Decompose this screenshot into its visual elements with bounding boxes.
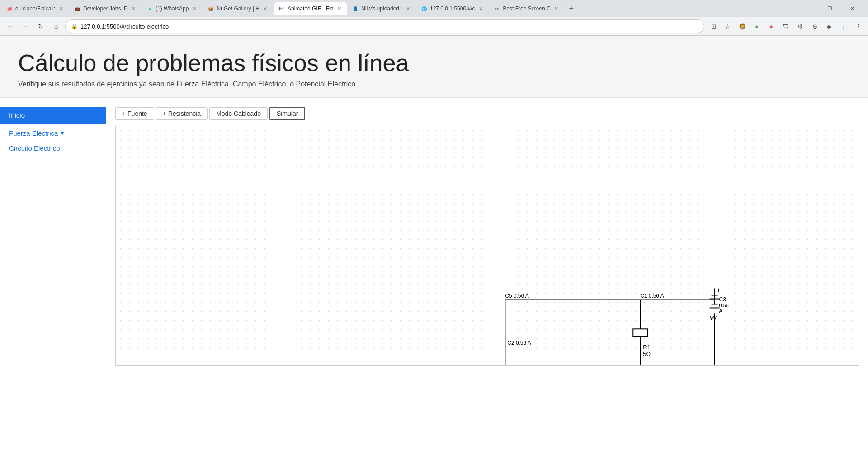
circuit-canvas[interactable]: + C3 0.56 A 9V C5 0.56 A [115, 126, 859, 366]
browser-chrome: 🐙 dluciano/Fisicall: ✕ 💼 Developer Jobs,… [0, 0, 868, 36]
svg-rect-30 [633, 329, 647, 336]
tab-favicon-nilw: 👤 [352, 5, 359, 12]
sidebar-circuito-label: Circuito Eléctrico [9, 144, 60, 152]
music-icon[interactable]: ♪ [837, 20, 850, 33]
tab-close-jobs[interactable]: ✕ [130, 5, 137, 12]
address-text: 127.0.0.1:5500/#/circuito-electrico [80, 23, 698, 30]
extension1-icon[interactable]: ⚙ [794, 20, 807, 33]
minimize-button[interactable]: — [797, 2, 817, 15]
tab-favicon-gif: 🎞 [278, 5, 285, 12]
tab-close-whatsapp[interactable]: ✕ [191, 5, 198, 12]
tab-nilw[interactable]: 👤 Nilw's uploaded i ✕ [348, 2, 415, 15]
svg-text:A: A [719, 308, 723, 314]
tab-close-gif[interactable]: ✕ [336, 5, 342, 12]
address-bar-row: ← → ↻ ⌂ 🔒 127.0.0.1:5500/#/circuito-elec… [0, 17, 868, 35]
new-tab-button[interactable]: + [565, 2, 578, 15]
bookmark-icon[interactable]: ☆ [722, 20, 734, 33]
page-body: Inicio Fuerza Eléctrica ▾ Circuito Eléct… [0, 98, 868, 466]
sidebar-item-circuito[interactable]: Circuito Eléctrico [0, 141, 106, 156]
modo-cableado-button[interactable]: Modo Cableado [209, 107, 268, 120]
tab-title-jobs: Developer Jobs, P [83, 5, 127, 12]
sidebar-fuerza-label: Fuerza Eléctrica [9, 129, 58, 137]
svg-text:R1: R1 [643, 344, 651, 351]
svg-text:C3: C3 [719, 296, 726, 303]
tab-title-gif: Animated GIF - Fin [288, 5, 333, 12]
tab-bar: 🐙 dluciano/Fisicall: ✕ 💼 Developer Jobs,… [0, 0, 868, 17]
tab-close-nilw[interactable]: ✕ [405, 5, 411, 12]
tab-localhost[interactable]: 🌐 127.0.0.1:5500/#/c ✕ [416, 2, 488, 15]
page-subtitle: Verifique sus resultados de ejercicios y… [18, 80, 850, 88]
tab-jobs[interactable]: 💼 Developer Jobs, P ✕ [70, 2, 141, 15]
tab-title-screen: Best Free Screen C [503, 5, 550, 12]
wallet-icon[interactable]: ● [750, 20, 763, 33]
tab-title-nilw: Nilw's uploaded i [361, 5, 402, 12]
tab-title-whatsapp: (1) WhatsApp [156, 5, 189, 12]
close-button[interactable]: ✕ [842, 2, 863, 15]
tab-nuget[interactable]: 📦 NuGet Gallery | H ✕ [203, 2, 273, 15]
toolbar-buttons: + Fuente + Resistencia Modo Cableado Sim… [115, 107, 859, 120]
tab-close-localhost[interactable]: ✕ [477, 5, 484, 12]
dropdown-icon-fuerza: ▾ [61, 129, 64, 137]
window-controls: — ☐ ✕ [797, 2, 866, 15]
tab-favicon-github: 🐙 [6, 5, 13, 12]
page-header: Cálculo de problemas físicos en línea Ve… [0, 36, 868, 98]
sidebar-item-fuerza[interactable]: Fuerza Eléctrica ▾ [0, 125, 106, 141]
extension3-icon[interactable]: ◈ [823, 20, 835, 33]
tab-close-screen[interactable]: ✕ [553, 5, 560, 12]
tab-favicon-whatsapp: ● [146, 5, 153, 12]
tab-close-github[interactable]: ✕ [58, 5, 64, 12]
main-content: + Fuente + Resistencia Modo Cableado Sim… [106, 98, 868, 466]
svg-text:C5 0.56 A: C5 0.56 A [505, 293, 528, 299]
svg-text:5Ω: 5Ω [643, 351, 651, 357]
back-button[interactable]: ← [4, 20, 16, 33]
svg-text:9V: 9V [710, 315, 717, 321]
tab-title-github: dluciano/Fisicall: [15, 5, 55, 12]
address-bar[interactable]: 🔒 127.0.0.1:5500/#/circuito-electrico [65, 19, 704, 33]
tab-whatsapp[interactable]: ● (1) WhatsApp ✕ [142, 2, 202, 15]
reload-button[interactable]: ↻ [34, 20, 47, 33]
shields-icon[interactable]: ● [765, 20, 778, 33]
tab-github[interactable]: 🐙 dluciano/Fisicall: ✕ [2, 2, 69, 15]
lock-icon: 🔒 [71, 23, 78, 29]
home-button[interactable]: ⌂ [50, 20, 62, 33]
circuit-svg: + C3 0.56 A 9V C5 0.56 A [116, 126, 859, 365]
tab-title-nuget: NuGet Gallery | H [217, 5, 259, 12]
tab-title-localhost: 127.0.0.1:5500/#/c [430, 5, 475, 12]
tab-close-nuget[interactable]: ✕ [262, 5, 269, 12]
add-resistencia-button[interactable]: + Resistencia [156, 107, 208, 120]
simular-button[interactable]: Simular [269, 107, 305, 120]
forward-button[interactable]: → [19, 20, 32, 33]
sidebar-item-inicio[interactable]: Inicio [0, 107, 106, 124]
menu-icon[interactable]: ⋮ [852, 20, 864, 33]
brave-icon[interactable]: 🦁 [736, 20, 749, 33]
svg-text:0.56: 0.56 [719, 303, 729, 308]
tab-favicon-screen: ✂ [494, 5, 500, 12]
tab-gif[interactable]: 🎞 Animated GIF - Fin ✕ [274, 2, 347, 15]
maximize-button[interactable]: ☐ [819, 2, 840, 15]
svg-text:C1 0.56 A: C1 0.56 A [640, 293, 664, 299]
tab-screen[interactable]: ✂ Best Free Screen C ✕ [489, 2, 564, 15]
extension2-icon[interactable]: ⊕ [808, 20, 821, 33]
tab-favicon-jobs: 💼 [74, 5, 80, 12]
svg-text:C2 0.56 A: C2 0.56 A [507, 340, 531, 346]
svg-text:+: + [717, 286, 721, 294]
page-title: Cálculo de problemas físicos en línea [18, 49, 850, 76]
sidebar: Inicio Fuerza Eléctrica ▾ Circuito Eléct… [0, 98, 106, 466]
vpn-icon[interactable]: 🛡 [779, 20, 792, 33]
tab-favicon-nuget: 📦 [208, 5, 214, 12]
tab-favicon-localhost: 🌐 [421, 5, 427, 12]
browser-toolbar-icons: ⊡ ☆ 🦁 ● ● 🛡 ⚙ ⊕ ◈ ♪ ⋮ [707, 20, 864, 33]
add-fuente-button[interactable]: + Fuente [115, 107, 154, 120]
translate-icon[interactable]: ⊡ [707, 20, 720, 33]
